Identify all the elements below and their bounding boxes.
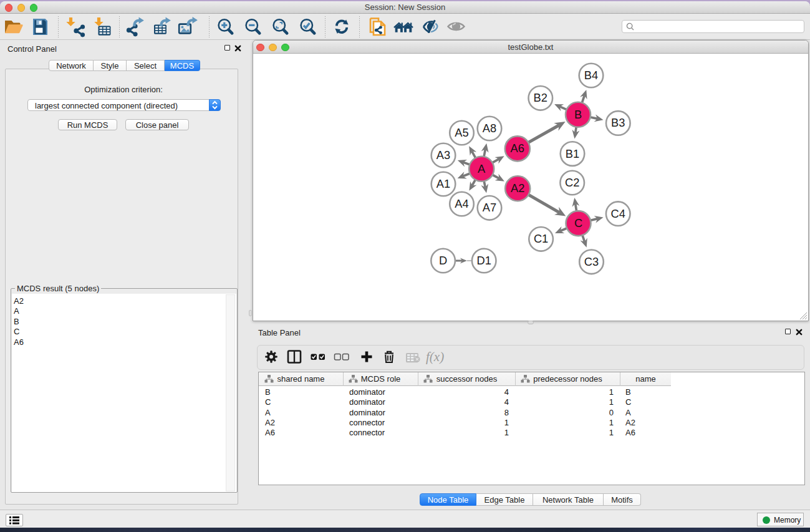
- svg-text:B1: B1: [566, 147, 579, 160]
- svg-text:B2: B2: [534, 91, 547, 104]
- svg-text:C1: C1: [534, 232, 548, 245]
- svg-text:A4: A4: [455, 197, 468, 210]
- svg-text:B3: B3: [611, 116, 625, 129]
- svg-text:A1: A1: [436, 177, 450, 190]
- svg-text:A2: A2: [511, 181, 524, 195]
- svg-text:B: B: [574, 108, 582, 121]
- svg-text:A3: A3: [436, 148, 450, 162]
- svg-text:C4: C4: [611, 207, 625, 220]
- svg-text:D: D: [439, 254, 447, 267]
- svg-text:A8: A8: [483, 122, 496, 135]
- svg-text:A: A: [478, 162, 486, 175]
- svg-text:C2: C2: [565, 176, 579, 189]
- svg-text:B4: B4: [584, 69, 598, 82]
- svg-text:A6: A6: [511, 142, 524, 155]
- svg-text:C3: C3: [584, 255, 599, 268]
- svg-text:D1: D1: [477, 254, 491, 267]
- svg-text:C: C: [574, 216, 582, 230]
- svg-text:A7: A7: [483, 201, 496, 214]
- svg-text:A5: A5: [455, 126, 468, 139]
